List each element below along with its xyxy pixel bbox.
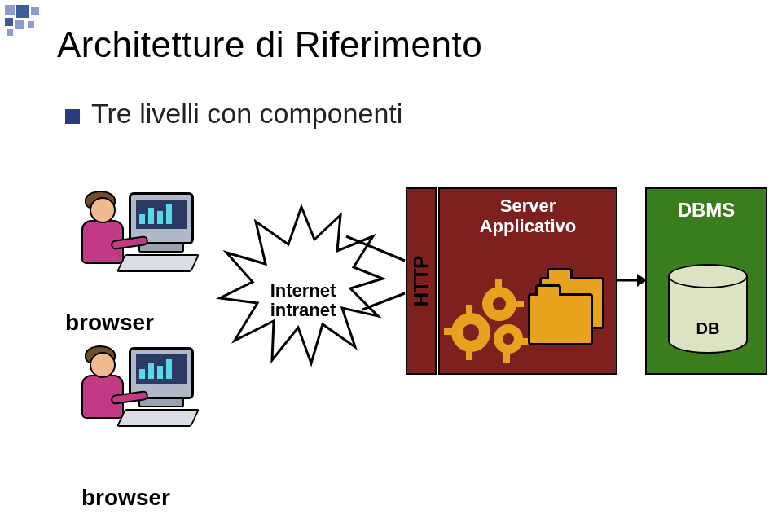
dbms-title: DBMS xyxy=(647,199,766,222)
bullet-text: Tre livelli con componenti xyxy=(91,98,402,130)
connector-lines-icon xyxy=(330,212,411,358)
bullet-item: Tre livelli con componenti xyxy=(65,98,402,130)
browser-label: browser xyxy=(65,310,154,336)
browser-client-icon xyxy=(81,342,196,440)
browser-client-icon xyxy=(81,187,196,285)
bullet-square-icon xyxy=(65,109,80,124)
folder-icon xyxy=(528,277,604,352)
slide-title: Architetture di Riferimento xyxy=(57,24,482,65)
app-server-title-line2: Applicativo xyxy=(480,216,577,236)
browser-label: browser xyxy=(81,485,170,511)
database-cylinder-icon: DB xyxy=(668,264,748,354)
application-server-title: Server Applicativo xyxy=(440,196,616,237)
gears-icon xyxy=(451,279,533,360)
architecture-diagram: browser browser Internet intranet HTTP S… xyxy=(49,155,758,497)
network-label-line1: Internet xyxy=(270,280,336,301)
dbms-box: DBMS DB xyxy=(645,187,767,375)
arrow-right-icon xyxy=(617,264,647,297)
db-label: DB xyxy=(668,319,748,338)
network-label-line2: intranet xyxy=(270,300,336,320)
http-protocol-bar: HTTP xyxy=(406,187,437,375)
svg-line-1 xyxy=(346,236,405,261)
svg-line-2 xyxy=(362,293,405,310)
app-server-title-line1: Server xyxy=(500,196,556,216)
application-server-box: Server Applicativo xyxy=(438,187,617,375)
http-label: HTTP xyxy=(410,256,433,307)
